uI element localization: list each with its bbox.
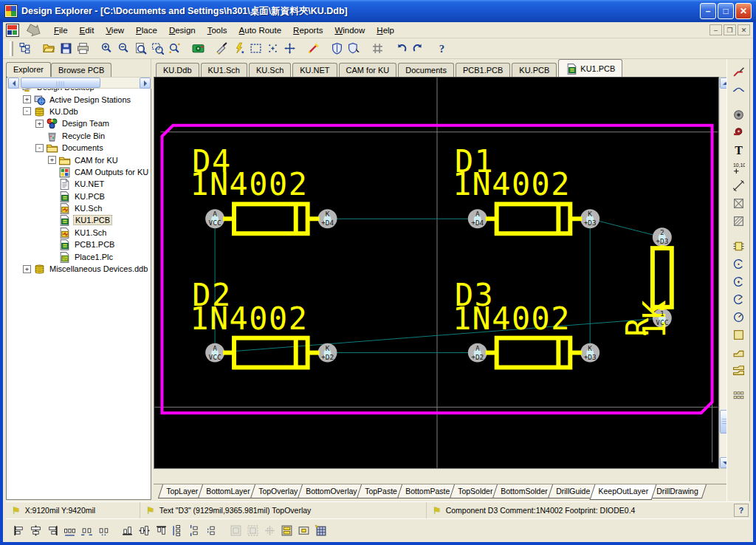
tree-item-ku-net[interactable]: KU.NET	[7, 178, 150, 190]
tree-item-design-team[interactable]: +Design Team	[7, 117, 150, 129]
dimension-icon[interactable]	[730, 176, 748, 194]
design-manager-icon[interactable]	[17, 40, 34, 57]
tree-item-ku1-pcb[interactable]: KU1.PCB	[7, 214, 150, 226]
pad-array-icon[interactable]	[730, 386, 748, 404]
track-icon[interactable]	[730, 63, 748, 80]
menu-file[interactable]: File	[48, 24, 74, 37]
coordinate-icon[interactable]: 10,10	[730, 159, 748, 176]
tree-item-pcb1-pcb[interactable]: PCB1.PCB	[7, 239, 150, 250]
expand-icon[interactable]: +	[35, 120, 44, 128]
zoom-area-icon[interactable]	[149, 40, 166, 57]
tab-browse-pcb[interactable]: Browse PCB	[51, 63, 111, 77]
collapse-icon[interactable]: -	[35, 144, 44, 152]
layer-tab-bottomlayer[interactable]: BottomLayer	[198, 484, 258, 498]
help-icon[interactable]: ?	[433, 40, 450, 57]
undo-icon[interactable]	[393, 40, 410, 57]
arc-edge-icon[interactable]	[730, 255, 748, 272]
menu-tools[interactable]: Tools	[202, 24, 233, 37]
save-document-icon[interactable]	[58, 40, 75, 57]
menu-place[interactable]: Place	[130, 24, 163, 37]
decrease-horizontal-spacing-icon[interactable]	[95, 522, 112, 539]
layer-tab-bottomoverlay[interactable]: BottomOverlay	[298, 484, 365, 498]
decrease-vertical-spacing-icon[interactable]	[204, 522, 221, 539]
knife-icon[interactable]	[213, 40, 230, 57]
tree-item-active-design-stations[interactable]: +Active Design Stations	[7, 93, 150, 105]
placement-array-icon[interactable]	[312, 522, 329, 539]
layer-tab-bottompaste[interactable]: BottomPaste	[397, 484, 458, 498]
split-plane-icon[interactable]	[730, 361, 748, 379]
tree-item-ku-sch[interactable]: KU.Sch	[7, 202, 150, 214]
document-tab-ku-sch[interactable]: KU.Sch	[249, 63, 291, 77]
panel-pulldown-icon[interactable]	[26, 24, 42, 37]
mdi-minimize-button[interactable]: –	[709, 24, 722, 35]
fill-hatch-icon[interactable]	[730, 212, 748, 230]
tree-item-cam-outputs-for-ku[interactable]: CAM Outputs for KU	[7, 166, 150, 178]
component-icon[interactable]	[730, 237, 748, 255]
place-room-point-icon[interactable]	[295, 522, 312, 539]
tree-item-cam-for-ku[interactable]: +CAM for KU	[7, 154, 150, 165]
toolbar-handle[interactable]	[10, 41, 13, 56]
document-tab-ku1-pcb[interactable]: KU1.PCB	[558, 59, 622, 77]
zoom-point-icon[interactable]	[166, 40, 183, 57]
pad-icon[interactable]	[730, 106, 748, 123]
tree-item-documents[interactable]: -Documents	[7, 142, 150, 154]
minimize-button[interactable]: –	[700, 3, 716, 19]
document-tab-cam-for-ku[interactable]: CAM for KU	[339, 63, 397, 77]
menu-reports[interactable]: Reports	[287, 24, 329, 37]
document-tab-ku-ddb[interactable]: KU.Ddb	[156, 63, 199, 77]
shield-edit-icon[interactable]	[346, 40, 362, 57]
redo-icon[interactable]	[410, 40, 427, 57]
document-tab-ku-net[interactable]: KU.NET	[292, 63, 337, 77]
mdi-restore-button[interactable]: ❐	[724, 24, 736, 35]
zoom-document-icon[interactable]	[132, 40, 149, 57]
probe-icon[interactable]	[230, 40, 247, 57]
expand-icon[interactable]: +	[23, 95, 31, 103]
arc-center-icon[interactable]	[730, 272, 748, 290]
document-tab-ku-pcb[interactable]: KU.PCB	[512, 63, 557, 77]
align-right-icon[interactable]	[44, 522, 61, 539]
tree-item-recycle-bin[interactable]: Recycle Bin	[7, 130, 150, 142]
menu-help[interactable]: Help	[371, 24, 400, 37]
layer-tab-bottomsolder[interactable]: BottomSolder	[492, 484, 556, 498]
tree-item-place1-plc[interactable]: Place1.Plc	[7, 250, 150, 262]
increase-horizontal-spacing-icon[interactable]	[78, 522, 95, 539]
document-tab-ku1-sch[interactable]: KU1.Sch	[201, 63, 247, 77]
tree-item-miscellaneous-devices-ddb[interactable]: +Miscellaneous Devices.ddb	[7, 263, 150, 275]
mdi-close-button[interactable]: ✕	[738, 24, 750, 35]
wave-icon[interactable]	[730, 80, 748, 98]
increase-vertical-spacing-icon[interactable]	[187, 522, 204, 539]
deselect-icon[interactable]	[264, 40, 281, 57]
help-button[interactable]: ?	[734, 504, 749, 517]
tree-item-ku-ddb[interactable]: -KU.Ddb	[7, 106, 150, 117]
place-room-rect-icon[interactable]	[278, 522, 295, 539]
maximize-button[interactable]: □	[718, 3, 734, 19]
layer-tab-drilldrawing[interactable]: DrillDrawing	[648, 484, 707, 498]
capture-icon[interactable]	[190, 40, 207, 57]
open-document-icon[interactable]	[41, 40, 58, 57]
menu-edit[interactable]: Edit	[74, 24, 100, 37]
expand-icon[interactable]: +	[48, 156, 56, 164]
menu-auto-route[interactable]: Auto Route	[233, 24, 288, 37]
move-icon[interactable]	[281, 40, 298, 57]
string-icon[interactable]: T	[730, 141, 748, 159]
tab-explorer[interactable]: Explorer	[6, 62, 51, 77]
tree-item-ku-pcb[interactable]: KU.PCB	[7, 191, 150, 202]
menu-window[interactable]: Window	[329, 24, 371, 37]
explorer-horizontal-scrollbar[interactable]: ||||	[7, 77, 151, 89]
pcb-canvas[interactable]: D41N4002AVCCK+D4D11N4002A+D4K+D3D21N4002…	[154, 77, 719, 469]
grid-toggle-icon[interactable]	[369, 40, 386, 57]
distribute-vertical-icon[interactable]	[170, 522, 187, 539]
distribute-horizontal-icon[interactable]	[61, 522, 78, 539]
document-icon[interactable]	[6, 24, 19, 37]
zoom-in-icon[interactable]	[98, 40, 115, 57]
fill-icon[interactable]	[730, 326, 748, 343]
circle-icon[interactable]	[730, 308, 748, 326]
align-top-icon[interactable]	[119, 522, 136, 539]
polygon-icon[interactable]	[730, 343, 748, 361]
expand-icon[interactable]: +	[23, 265, 31, 273]
document-tab-documents[interactable]: Documents	[398, 63, 454, 77]
room-icon[interactable]	[730, 194, 748, 212]
align-bottom-icon[interactable]	[153, 522, 170, 539]
shield-icon[interactable]	[329, 40, 346, 57]
menu-view[interactable]: View	[100, 24, 130, 37]
